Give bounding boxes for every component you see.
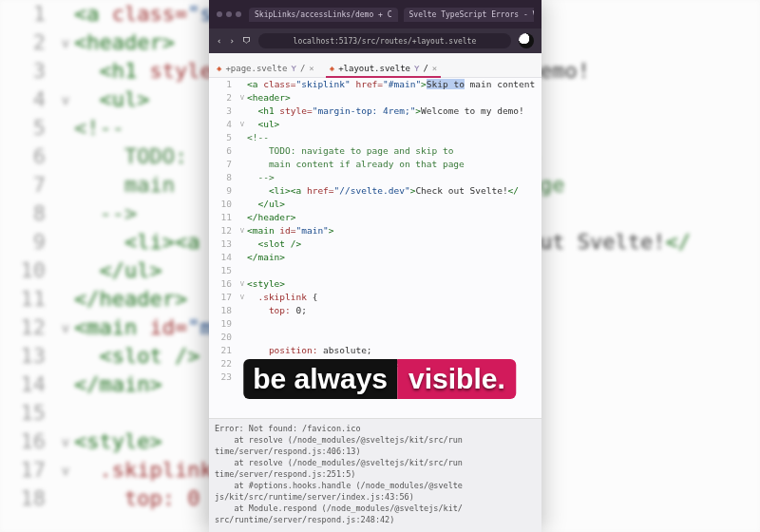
- code-line[interactable]: 21 position: absolute;: [209, 344, 542, 357]
- code-line[interactable]: 6 TODO: navigate to page and skip to: [209, 144, 542, 158]
- browser-tabs[interactable]: SkipLinks/accessLinks/demo + CSvelte Typ…: [249, 8, 534, 22]
- editor-tab[interactable]: ◈+page.svelte ⋎ / ×: [215, 60, 316, 77]
- code-line[interactable]: 19: [209, 317, 542, 331]
- nav-forward-icon[interactable]: ›: [229, 36, 234, 46]
- svelte-icon: ◈: [217, 64, 221, 73]
- code-line[interactable]: 2v<header>: [209, 91, 542, 104]
- nav-back-icon[interactable]: ‹: [217, 36, 221, 46]
- close-icon[interactable]: ×: [432, 64, 437, 73]
- code-line[interactable]: 8 -->: [209, 171, 542, 184]
- code-line[interactable]: 17v .skiplink {: [209, 291, 542, 304]
- code-line[interactable]: 10 </ul>: [209, 198, 542, 211]
- terminal-error-output[interactable]: Error: Not found: /favicon.ico at resolv…: [209, 418, 542, 532]
- dirty-indicator-icon: ⋎: [291, 64, 295, 73]
- browser-tab[interactable]: Svelte TypeScript Errors - View: [404, 8, 535, 22]
- code-line[interactable]: 1<a class="skiplink" href="#main">Skip t…: [209, 78, 542, 91]
- code-line[interactable]: 9 <li><a href="//svelte.dev">Check out S…: [209, 184, 542, 198]
- browser-urlbar: ‹ › ⛉ localhost:5173/src/routes/+layout.…: [209, 28, 542, 53]
- code-line[interactable]: 3 <h1 style="margin-top: 4rem;">Welcome …: [209, 104, 542, 118]
- url-field[interactable]: localhost:5173/src/routes/+layout.svelte: [258, 33, 511, 48]
- code-line[interactable]: 18 top: 0;: [209, 304, 542, 317]
- close-icon[interactable]: ×: [309, 64, 314, 73]
- caption-left: be always: [243, 359, 397, 399]
- shield-icon[interactable]: ⛉: [242, 36, 251, 46]
- code-line[interactable]: 7 main content if already on that page: [209, 158, 542, 171]
- code-line[interactable]: 20: [209, 331, 542, 344]
- dirty-indicator-icon: ⋎: [414, 64, 419, 73]
- editor-tabs: ◈+page.svelte ⋎ / ×◈+layout.svelte ⋎ / ×: [209, 53, 542, 78]
- code-line[interactable]: 4v <ul>: [209, 118, 542, 131]
- svelte-icon: ◈: [330, 64, 334, 73]
- code-line[interactable]: 13 <slot />: [209, 238, 542, 251]
- editor-tab[interactable]: ◈+layout.svelte ⋎ / ×: [328, 60, 440, 77]
- code-line[interactable]: 12v<main id="main">: [209, 224, 542, 238]
- browser-tab[interactable]: SkipLinks/accessLinks/demo + C: [249, 8, 398, 22]
- code-line[interactable]: 16v<style>: [209, 277, 542, 291]
- code-line[interactable]: 14</main>: [209, 251, 542, 264]
- caption-overlay: be always visible.: [243, 359, 516, 399]
- code-line[interactable]: 11</header>: [209, 211, 542, 224]
- traffic-lights[interactable]: [217, 11, 241, 17]
- caption-right: visible.: [397, 359, 517, 399]
- profile-icon[interactable]: [519, 33, 534, 48]
- code-line[interactable]: 5<!--: [209, 131, 542, 144]
- code-line[interactable]: 15: [209, 264, 542, 277]
- overlay-window: SkipLinks/accessLinks/demo + CSvelte Typ…: [209, 0, 542, 532]
- browser-titlebar: SkipLinks/accessLinks/demo + CSvelte Typ…: [209, 0, 542, 28]
